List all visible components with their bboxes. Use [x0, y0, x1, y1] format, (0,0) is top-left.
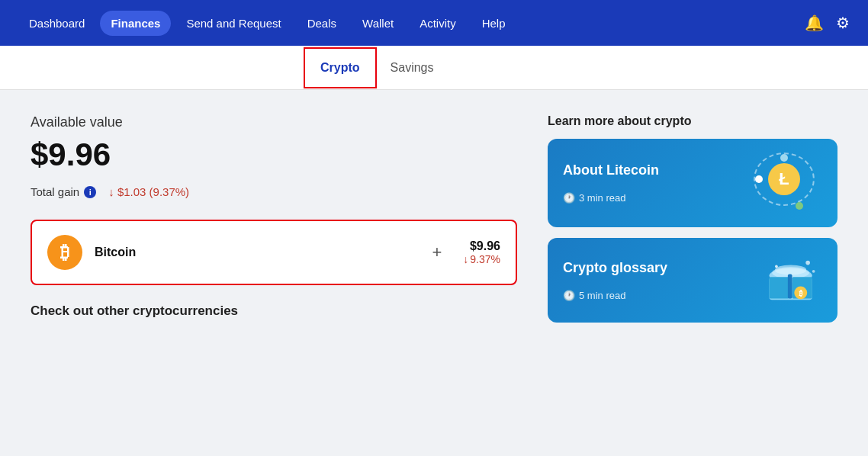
- left-panel: Available value $9.96 Total gain i ↓ $1.…: [31, 114, 517, 333]
- main-nav: Dashboard Finances Send and Request Deal…: [0, 0, 868, 46]
- svg-rect-6: [787, 274, 792, 298]
- nav-item-finances[interactable]: Finances: [100, 11, 171, 36]
- nav-item-wallet[interactable]: Wallet: [352, 11, 404, 36]
- main-content: Available value $9.96 Total gain i ↓ $1.…: [0, 90, 868, 358]
- change-arrow: ↓: [463, 253, 468, 265]
- nav-icons: 🔔 ⚙: [805, 14, 850, 32]
- litecoin-min-read: 3 min read: [579, 192, 625, 204]
- glossary-card-title: Crypto glossary: [563, 260, 761, 276]
- total-gain-label: Total gain i: [31, 185, 96, 198]
- svg-point-11: [812, 269, 815, 272]
- bitcoin-symbol: ₿: [60, 242, 69, 263]
- nav-item-send-request[interactable]: Send and Request: [175, 11, 291, 36]
- svg-point-9: [775, 265, 778, 268]
- glossary-card-content: Crypto glossary 🕐 5 min read: [563, 260, 761, 301]
- book-illustration: ₿: [761, 252, 822, 309]
- gain-value: ↓ $1.03 (9.37%): [108, 185, 189, 198]
- info-icon[interactable]: i: [84, 186, 96, 198]
- tab-savings[interactable]: Savings: [375, 49, 449, 87]
- glossary-min-read: 5 min read: [579, 290, 625, 301]
- clock-icon-glossary: 🕐: [563, 290, 575, 301]
- right-panel: Learn more about crypto About Litecoin 🕐…: [548, 114, 837, 333]
- nav-items: Dashboard Finances Send and Request Deal…: [18, 11, 805, 36]
- bitcoin-change: ↓ 9.37%: [463, 253, 500, 265]
- bell-icon[interactable]: 🔔: [805, 14, 824, 32]
- sub-nav: Crypto Savings: [0, 46, 868, 90]
- bitcoin-usd-value: $9.96: [463, 239, 500, 253]
- nav-item-dashboard[interactable]: Dashboard: [18, 11, 95, 36]
- about-litecoin-card[interactable]: About Litecoin 🕐 3 min read Ł: [548, 139, 837, 227]
- total-gain-text: Total gain: [31, 185, 79, 198]
- bitcoin-icon: ₿: [47, 235, 82, 270]
- check-other-label: Check out other cryptocurrencies: [31, 303, 517, 319]
- svg-point-10: [805, 260, 810, 265]
- gain-amount: ↓ $1.03 (9.37%): [108, 185, 189, 198]
- available-value: $9.96: [31, 136, 517, 173]
- litecoin-read-time: 🕐 3 min read: [563, 192, 754, 204]
- svg-point-3: [775, 265, 806, 275]
- litecoin-illustration: Ł: [754, 153, 822, 214]
- nav-item-activity[interactable]: Activity: [409, 11, 467, 36]
- glossary-read-time: 🕐 5 min read: [563, 290, 761, 301]
- gear-icon[interactable]: ⚙: [836, 14, 850, 32]
- clock-icon-litecoin: 🕐: [563, 192, 575, 204]
- nav-item-help[interactable]: Help: [471, 11, 516, 36]
- svg-rect-4: [769, 277, 789, 298]
- nav-item-deals[interactable]: Deals: [297, 11, 347, 36]
- total-gain-row: Total gain i ↓ $1.03 (9.37%): [31, 185, 517, 198]
- tab-crypto[interactable]: Crypto: [305, 49, 375, 87]
- change-percent: 9.37%: [470, 253, 500, 265]
- bitcoin-values: $9.96 ↓ 9.37%: [463, 239, 500, 265]
- litecoin-card-title: About Litecoin: [563, 162, 754, 178]
- learn-title: Learn more about crypto: [548, 114, 837, 128]
- litecoin-card-content: About Litecoin 🕐 3 min read: [563, 162, 754, 204]
- bitcoin-card[interactable]: ₿ Bitcoin + $9.96 ↓ 9.37%: [31, 220, 517, 285]
- available-label: Available value: [31, 114, 517, 130]
- bitcoin-name: Bitcoin: [95, 246, 410, 259]
- crypto-glossary-card[interactable]: Crypto glossary 🕐 5 min read: [548, 238, 837, 323]
- add-crypto-button[interactable]: +: [432, 242, 442, 262]
